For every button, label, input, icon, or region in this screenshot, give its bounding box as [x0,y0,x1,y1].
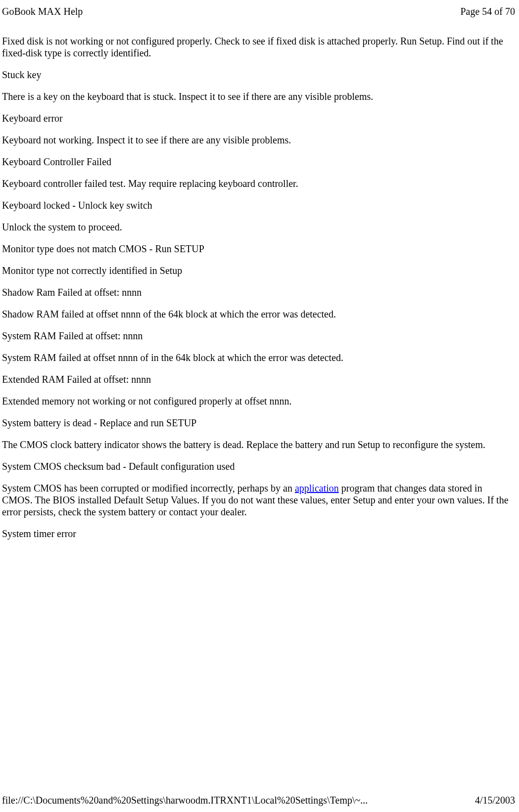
footer-path: file://C:\Documents%20and%20Settings\har… [2,795,368,806]
paragraph: Stuck key [2,69,515,81]
paragraph: Extended memory not working or not confi… [2,395,515,407]
paragraph: Monitor type not correctly identified in… [2,265,515,276]
text-before-link: System CMOS has been corrupted or modifi… [2,483,295,494]
paragraph: Keyboard error [2,112,515,124]
page-content: Fixed disk is not working or not configu… [0,20,519,540]
paragraph: Shadow RAM failed at offset nnnn of the … [2,308,515,320]
paragraph: The CMOS clock battery indicator shows t… [2,439,515,451]
header-title: GoBook MAX Help [2,6,83,17]
application-link[interactable]: application [295,483,339,494]
paragraph: Shadow Ram Failed at offset: nnnn [2,286,515,298]
paragraph: System RAM failed at offset nnnn of in t… [2,352,515,363]
paragraph: Keyboard Controller Failed [2,156,515,168]
paragraph: Keyboard locked - Unlock key switch [2,199,515,211]
paragraph: Fixed disk is not working or not configu… [2,35,515,59]
paragraph: System CMOS checksum bad - Default confi… [2,460,515,472]
paragraph: Keyboard not working. Inspect it to see … [2,134,515,146]
page-container: GoBook MAX Help Page 54 of 70 Fixed disk… [0,0,519,812]
page-header: GoBook MAX Help Page 54 of 70 [0,0,519,20]
paragraph: System battery is dead - Replace and run… [2,417,515,429]
paragraph: System RAM Failed at offset: nnnn [2,330,515,342]
paragraph: Keyboard controller failed test. May req… [2,178,515,189]
paragraph: There is a key on the keyboard that is s… [2,90,515,102]
paragraph: Unlock the system to proceed. [2,221,515,233]
paragraph: Monitor type does not match CMOS - Run S… [2,243,515,255]
paragraph: System timer error [2,528,515,540]
paragraph: Extended RAM Failed at offset: nnnn [2,373,515,385]
page-footer: file://C:\Documents%20and%20Settings\har… [2,795,515,806]
footer-date: 4/15/2003 [475,795,515,806]
paragraph: System CMOS has been corrupted or modifi… [2,482,515,518]
header-page-indicator: Page 54 of 70 [460,6,515,17]
